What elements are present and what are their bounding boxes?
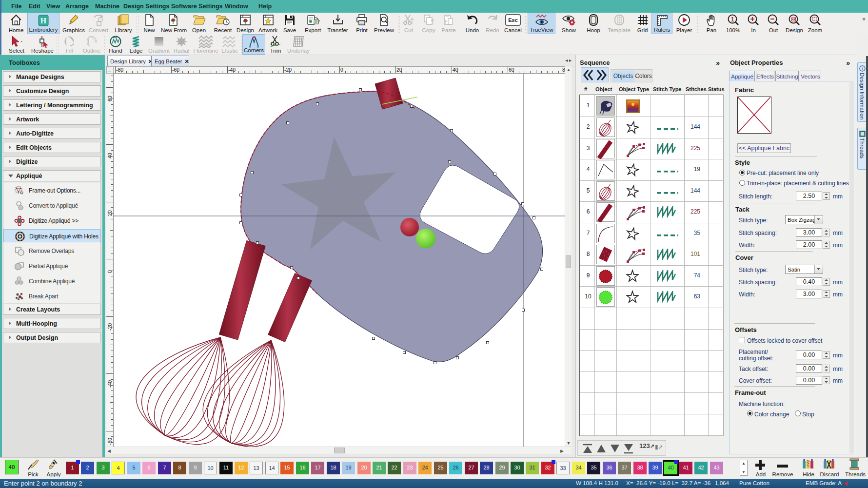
svg-text:H: H xyxy=(40,17,47,25)
svg-text:1: 1 xyxy=(730,16,734,23)
svg-text:Esc: Esc xyxy=(508,17,518,23)
svg-text:i: i xyxy=(862,66,863,71)
